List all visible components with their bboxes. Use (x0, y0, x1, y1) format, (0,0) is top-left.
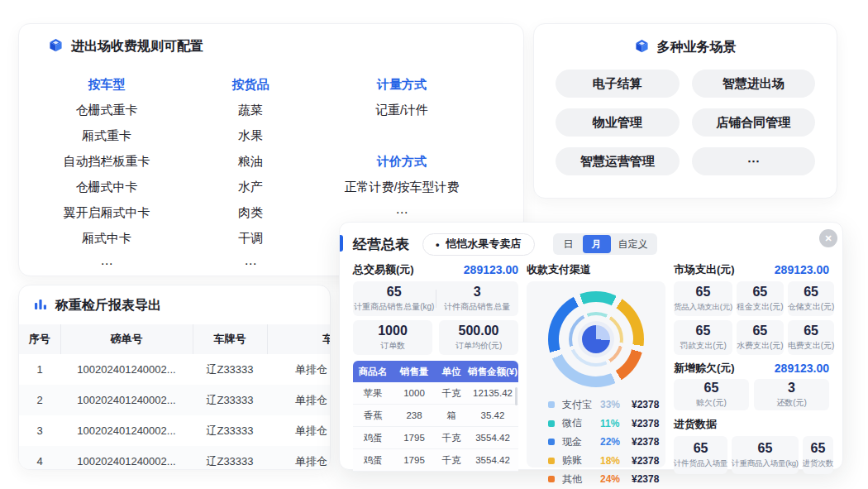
legend-percent: 33% (600, 399, 632, 410)
stat-label: 计重商品销售总量(kg) (354, 301, 434, 313)
weighing-table-header-row: 序号 磅单号 车牌号 车型 (19, 324, 331, 354)
purchase-data-row: 进货数据 (674, 417, 829, 432)
cell-index: 2 (19, 385, 60, 415)
legend-item-other: 其他 24% ¥2378 (548, 470, 665, 489)
stat-label: 水费支出(元) (737, 340, 784, 352)
store-name: 恺恺水果专卖店 (446, 237, 522, 252)
repayment-stat: 3 还数(元) (754, 379, 829, 410)
legend-name: 其他 (562, 472, 600, 487)
goods-item: 粮油 (194, 148, 307, 174)
sales-totals-box: 65 计重商品销售总量(kg) 3 计件商品销售总量 (353, 281, 518, 316)
scenario-pill-grid: 电子结算 智慧进出场 物业管理 店铺合同管理 智慧运营管理 ⋯ (534, 70, 837, 175)
stat-value: 65 (696, 324, 711, 338)
tab-custom[interactable]: 自定义 (611, 235, 656, 253)
stat-value: 65 (694, 441, 708, 456)
order-avg-price-stat: 500.00 订单均价(元) (439, 320, 518, 355)
stat-value: 65 (752, 324, 767, 338)
col-header-truck-type: 车型 (267, 324, 331, 354)
summary-title: 经营总表 (353, 235, 409, 254)
weighing-title-row: 称重检斤报表导出 (19, 285, 330, 314)
title-accent-bar (340, 235, 343, 252)
col-header-qty: 销售量 (393, 366, 436, 378)
cell-truck: 单排仓 (267, 446, 331, 470)
vehicle-type-more: ⋯ (19, 251, 194, 276)
cell-ticket: 100202401240002... (60, 385, 193, 415)
new-credit-row: 新增赊欠(元) 289123.00 (674, 361, 829, 376)
credit-owed-stat: 65 赊欠(元) (674, 379, 749, 410)
table-row: 鸡蛋 1795 千克 3554.42 (353, 449, 518, 472)
stat-value: 65 (804, 324, 818, 338)
bullet-icon: • (436, 238, 440, 251)
tab-day[interactable]: 日 (555, 235, 583, 253)
vehicle-type-item: 翼开启厢式中卡 (19, 199, 194, 225)
legend-item-alipay: 支付宝 33% ¥2378 (548, 396, 665, 415)
payment-channels-panel: 支付宝 33% ¥2378 微信 11% ¥2378 现金 (527, 281, 665, 467)
stat-value: 65 (704, 381, 719, 396)
payment-donut-chart (548, 291, 644, 387)
cell-plate: 辽Z33333 (193, 354, 267, 385)
stat-value: 65 (752, 285, 767, 300)
cell-unit: 千克 (436, 454, 467, 467)
legend-item-cash: 现金 22% ¥2378 (548, 433, 665, 452)
cell-ticket: 100202401240002... (60, 415, 193, 446)
scenario-pill-smart-gate[interactable]: 智慧进出场 (692, 70, 816, 98)
stat-label: 租金支出(元) (737, 301, 784, 313)
legend-amount: ¥2378 (632, 399, 659, 410)
tab-month[interactable]: 月 (583, 235, 611, 253)
store-selector[interactable]: • 恺恺水果专卖店 (422, 233, 535, 256)
electricity-expense-stat: 65 电费支出(元) (788, 320, 835, 355)
table-row: 4 100202401240002... 辽Z33333 单排仓 (19, 446, 331, 470)
close-icon[interactable]: ✕ (819, 229, 837, 247)
weighing-table: 序号 磅单号 车牌号 车型 1 100202401240002... 辽Z333… (19, 324, 331, 470)
legend-amount: ¥2378 (632, 418, 659, 429)
stat-value: 65 (810, 441, 825, 456)
product-sales-table: 商品名 销售量 单位 销售金额(¥) 苹果 1000 千克 12135.42 香… (353, 361, 518, 472)
table-row: 1 100202401240002... 辽Z33333 单排仓 (19, 354, 331, 385)
legend-swatch (548, 439, 555, 445)
storage-expense-stat: 65 仓储支出(元) (788, 281, 835, 316)
legend-swatch (548, 401, 555, 408)
legend-name: 支付宝 (562, 398, 600, 412)
scenario-pill-more[interactable]: ⋯ (692, 147, 816, 175)
legend-name: 现金 (562, 435, 600, 449)
new-credit-label: 新增赊欠(元) (674, 361, 735, 376)
stat-value: 3 (788, 381, 795, 396)
cell-qty: 1795 (393, 433, 436, 443)
scenario-pill-shop-contract[interactable]: 店铺合同管理 (692, 108, 816, 137)
total-transaction-value: 289123.00 (464, 263, 518, 276)
cell-amount: 35.42 (467, 410, 518, 420)
table-row: 苹果 1000 千克 12135.42 (353, 382, 518, 405)
purchase-data-label: 进货数据 (674, 417, 717, 432)
col-header-index: 序号 (19, 324, 60, 354)
goods-more: ⋯ (194, 251, 307, 276)
stat-label: 货品入场支出(元) (674, 302, 732, 313)
goods-item: 蔬菜 (194, 97, 307, 122)
cell-ticket: 100202401240002... (60, 446, 193, 470)
col-header-unit: 单位 (436, 366, 467, 378)
vehicle-type-item: 厢式重卡 (19, 122, 194, 148)
col-header-amount: 销售金额(¥) (467, 366, 518, 378)
vehicle-type-item: 自动挡栏板重卡 (19, 148, 194, 174)
cell-qty: 1000 (393, 388, 436, 398)
legend-percent: 22% (600, 436, 632, 448)
col-header-product: 商品名 (353, 366, 393, 378)
water-expense-stat: 65 水费支出(元) (737, 320, 784, 355)
scenario-pill-property[interactable]: 物业管理 (556, 108, 680, 137)
table-row: 香蕉 238 箱 35.42 (353, 405, 518, 427)
scenario-pill-e-settlement[interactable]: 电子结算 (556, 70, 680, 98)
payment-channels-label: 收款支付渠道 (527, 262, 591, 277)
business-summary-card: 经营总表 • 恺恺水果专卖店 日 月 自定义 ✕ 总交易额(元) 289123.… (339, 222, 843, 470)
product-table-header: 商品名 销售量 单位 销售金额(¥) (353, 361, 518, 382)
market-expense-row: 市场支出(元) 289123.00 (674, 262, 829, 277)
cell-plate: 辽Z33333 (193, 446, 267, 470)
payment-legend: 支付宝 33% ¥2378 微信 11% ¥2378 现金 (527, 392, 665, 489)
period-tab-group: 日 月 自定义 (553, 233, 657, 255)
scenarios-title-row: 多种业务场景 (534, 39, 837, 56)
cell-product: 苹果 (353, 387, 393, 400)
cell-index: 1 (19, 354, 60, 385)
table-scrollbar[interactable] (515, 387, 517, 405)
scenario-pill-smart-operation[interactable]: 智慧运营管理 (556, 147, 680, 175)
donut-center-pie-icon (582, 325, 610, 353)
stat-label: 电费支出(元) (788, 340, 835, 352)
legend-percent: 18% (600, 455, 632, 467)
